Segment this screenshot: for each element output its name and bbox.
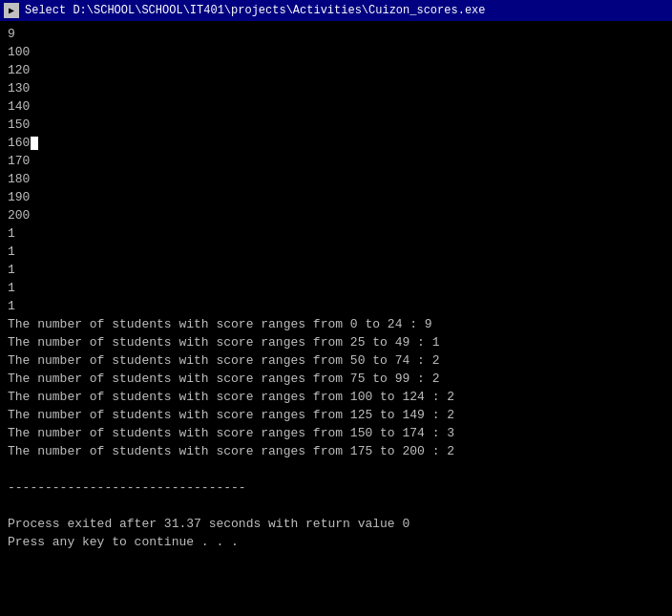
- title-bar: ▶ Select D:\SCHOOL\SCHOOL\IT401\projects…: [0, 0, 672, 21]
- title-bar-text: Select D:\SCHOOL\SCHOOL\IT401\projects\A…: [25, 4, 668, 17]
- console-exit-message: Process exited after 31.37 seconds with …: [8, 515, 664, 533]
- console-line: The number of students with score ranges…: [8, 406, 664, 424]
- console-empty-line: [8, 460, 664, 478]
- console-line: 170: [8, 152, 664, 170]
- title-bar-icon: ▶: [4, 3, 19, 18]
- console-line: 1: [8, 279, 664, 297]
- console-line: The number of students with score ranges…: [8, 351, 664, 370]
- console-line: 1: [8, 261, 664, 279]
- console-line: 130: [8, 79, 664, 97]
- console-line: The number of students with score ranges…: [8, 388, 664, 406]
- console-body: 9 100 120 130 140 150 160 170 180 190 20…: [0, 21, 672, 616]
- console-line: 1: [8, 243, 664, 261]
- console-line: The number of students with score ranges…: [8, 315, 664, 333]
- console-line: 190: [8, 188, 664, 206]
- console-line: The number of students with score ranges…: [8, 333, 664, 351]
- console-line: The number of students with score ranges…: [8, 370, 664, 388]
- console-line-cursor: 160: [8, 134, 664, 152]
- console-line: 150: [8, 116, 664, 134]
- console-line: 9: [8, 25, 664, 43]
- console-line: 1: [8, 224, 664, 243]
- console-line: 140: [8, 97, 664, 116]
- console-line: The number of students with score ranges…: [8, 424, 664, 442]
- console-line: The number of students with score ranges…: [8, 442, 664, 460]
- console-empty-line: [8, 497, 664, 515]
- console-line: 1: [8, 297, 664, 315]
- console-line: 180: [8, 170, 664, 188]
- console-line: 200: [8, 206, 664, 224]
- console-divider: --------------------------------: [8, 478, 664, 497]
- console-continue-message: Press any key to continue . . .: [8, 533, 664, 551]
- console-line: 120: [8, 61, 664, 79]
- console-line: 100: [8, 43, 664, 61]
